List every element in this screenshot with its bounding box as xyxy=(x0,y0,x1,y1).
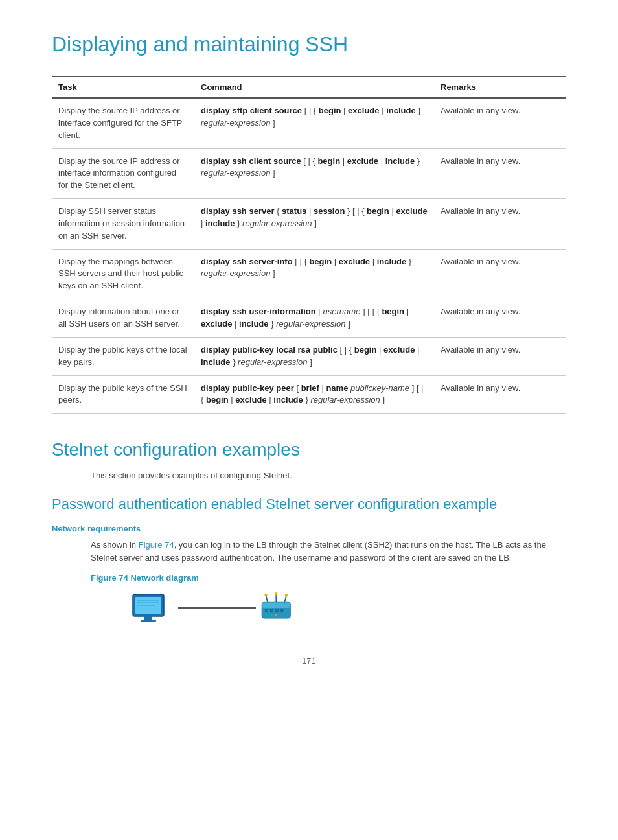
page-number: 171 xyxy=(52,656,566,666)
cell-task: Display the public keys of the SSH peers… xyxy=(52,375,194,414)
table-row: Display the source IP address or interfa… xyxy=(52,148,566,199)
cell-command: display ssh user-information [ username … xyxy=(194,299,434,338)
svg-point-21 xyxy=(275,614,278,616)
svg-point-20 xyxy=(271,614,273,616)
cell-task: Display the source IP address or interfa… xyxy=(52,98,194,148)
figure-74-link[interactable]: Figure 74 xyxy=(139,540,174,550)
network-req-body: As shown in Figure 74, you can log in to… xyxy=(91,539,566,564)
svg-point-19 xyxy=(266,614,269,616)
network-req-label: Network requirements xyxy=(52,524,566,533)
subsection-title: Password authentication enabled Stelnet … xyxy=(52,495,566,514)
cell-command: display sftp client source [ | { begin |… xyxy=(194,98,434,148)
col-remarks: Remarks xyxy=(434,76,566,98)
table-row: Display the public keys of the SSH peers… xyxy=(52,375,566,414)
figure-label: Figure 74 Network diagram xyxy=(91,572,566,585)
svg-point-16 xyxy=(275,592,277,595)
section2-body: This section provides examples of config… xyxy=(91,469,566,482)
cell-remarks: Available in any view. xyxy=(434,148,566,199)
svg-rect-11 xyxy=(275,609,279,612)
cell-command: display ssh server { status | session } … xyxy=(194,199,434,250)
table-row: Display information about one or all SSH… xyxy=(52,299,566,338)
router-icon xyxy=(259,591,304,630)
section2-title: Stelnet configuration examples xyxy=(52,439,566,460)
page-title: Displaying and maintaining SSH xyxy=(52,32,566,56)
ssh-table: Task Command Remarks Display the source … xyxy=(52,76,566,414)
svg-rect-12 xyxy=(280,609,283,612)
network-diagram xyxy=(130,591,566,630)
cell-remarks: Available in any view. xyxy=(434,299,566,338)
connector-line xyxy=(178,607,256,609)
cell-task: Display information about one or all SSH… xyxy=(52,299,194,338)
svg-rect-10 xyxy=(270,609,273,612)
table-row: Display the mappings between SSH servers… xyxy=(52,249,566,299)
cell-command: display public-key local rsa public [ | … xyxy=(194,337,434,375)
cell-command: display ssh server-info [ | { begin | ex… xyxy=(194,249,434,299)
host-icon xyxy=(130,591,175,630)
cell-remarks: Available in any view. xyxy=(434,98,566,148)
svg-line-17 xyxy=(284,596,286,603)
table-row: Display the source IP address or interfa… xyxy=(52,98,566,148)
table-row: Display SSH server status information or… xyxy=(52,199,566,250)
cell-task: Display the public keys of the local key… xyxy=(52,337,194,375)
svg-point-18 xyxy=(285,594,288,596)
cell-command: display public-key peer [ brief | name p… xyxy=(194,375,434,414)
table-row: Display the public keys of the local key… xyxy=(52,337,566,375)
col-task: Task xyxy=(52,76,194,98)
svg-line-13 xyxy=(266,596,268,603)
svg-point-14 xyxy=(264,594,267,596)
svg-rect-8 xyxy=(262,602,290,608)
svg-rect-9 xyxy=(265,609,268,612)
col-command: Command xyxy=(194,76,434,98)
cell-remarks: Available in any view. xyxy=(434,249,566,299)
cell-task: Display the mappings between SSH servers… xyxy=(52,249,194,299)
cell-remarks: Available in any view. xyxy=(434,199,566,250)
cell-remarks: Available in any view. xyxy=(434,375,566,414)
cell-command: display ssh client source [ | { begin | … xyxy=(194,148,434,199)
svg-rect-3 xyxy=(141,620,156,622)
cell-remarks: Available in any view. xyxy=(434,337,566,375)
cell-task: Display SSH server status information or… xyxy=(52,199,194,250)
cell-task: Display the source IP address or interfa… xyxy=(52,148,194,199)
